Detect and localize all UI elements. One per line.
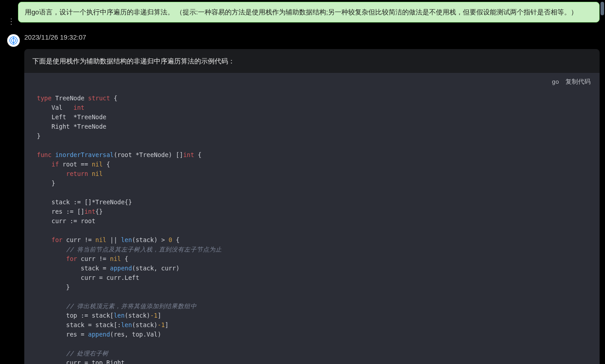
assistant-icon <box>9 36 18 45</box>
code-lang-label: go <box>552 79 559 85</box>
code-content[interactable]: type TreeNode struct { Val int Left *Tre… <box>37 94 587 364</box>
chat-container: ⋯ 用go语言，设计一个执行中序遍历的非递归算法。 （提示:一种容易的方法是使用… <box>0 0 605 364</box>
code-block: go 复制代码 type TreeNode struct { Val int L… <box>24 73 600 364</box>
answer-card: 下面是使用栈作为辅助数据结构的非递归中序遍历算法的示例代码： go 复制代码 t… <box>24 49 600 364</box>
code-header: go 复制代码 <box>549 77 591 87</box>
assistant-row: 2023/11/26 19:32:07 下面是使用栈作为辅助数据结构的非递归中序… <box>7 33 605 364</box>
vertical-scrollbar[interactable] <box>601 2 604 15</box>
user-message-bubble: 用go语言，设计一个执行中序遍历的非递归算法。 （提示:一种容易的方法是使用栈作… <box>18 2 600 22</box>
avatar <box>7 34 20 47</box>
more-icon[interactable]: ⋯ <box>7 18 17 25</box>
user-message-text: 用go语言，设计一个执行中序遍历的非递归算法。 （提示:一种容易的方法是使用栈作… <box>25 8 578 16</box>
copy-code-button[interactable]: 复制代码 <box>565 79 591 85</box>
assistant-content: 2023/11/26 19:32:07 下面是使用栈作为辅助数据结构的非递归中序… <box>24 33 600 364</box>
intro-text: 下面是使用栈作为辅助数据结构的非递归中序遍历算法的示例代码： <box>24 57 600 73</box>
message-timestamp: 2023/11/26 19:32:07 <box>24 33 600 41</box>
